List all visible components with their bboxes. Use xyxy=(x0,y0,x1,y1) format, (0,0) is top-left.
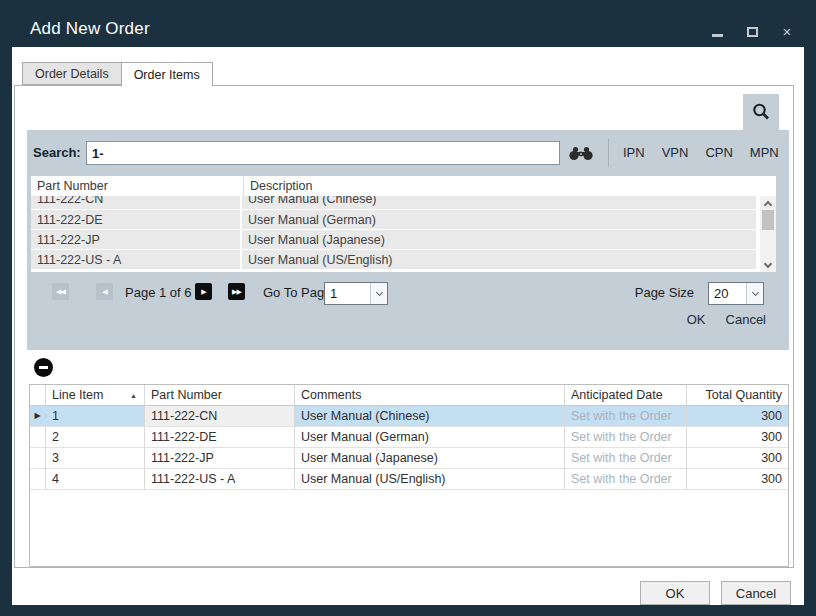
current-cell[interactable]: 111-222-CN xyxy=(145,406,295,426)
minimize-button[interactable] xyxy=(710,25,724,39)
scrollbar-corner xyxy=(758,176,776,196)
close-button[interactable]: × xyxy=(780,25,794,39)
chevron-up-icon xyxy=(764,201,772,209)
grid-row[interactable]: 3 111-222-JP User Manual (Japanese) Set … xyxy=(30,448,788,469)
last-page-icon: ▶▶ xyxy=(232,288,241,296)
column-header-description: Description xyxy=(244,176,758,196)
tab-strip: Order Details Order Items xyxy=(22,62,213,85)
binoculars-icon xyxy=(567,145,595,161)
results-body: 111-222-CN User Manual (Chinese) 111-222… xyxy=(31,196,776,272)
chevron-down-icon xyxy=(764,260,772,268)
dialog-title: Add New Order xyxy=(30,19,150,39)
result-row[interactable]: 111-222-CN User Manual (Chinese) xyxy=(31,196,756,210)
first-page-button[interactable]: ◀◀ xyxy=(52,283,69,300)
cpn-button[interactable]: CPN xyxy=(705,145,732,160)
tab-order-items[interactable]: Order Items xyxy=(121,62,213,87)
maximize-icon xyxy=(747,27,758,37)
first-page-icon: ◀◀ xyxy=(56,288,65,296)
vpn-button[interactable]: VPN xyxy=(662,145,689,160)
result-row[interactable]: 111-222-US - A User Manual (US/English) xyxy=(31,250,756,270)
scroll-down-button[interactable] xyxy=(760,258,776,272)
order-items-tabpage: Search: xyxy=(14,85,794,568)
page-size-value: 20 xyxy=(709,283,746,304)
results-header-row: Part Number Description xyxy=(31,176,776,196)
column-header-total-quantity[interactable]: Total Quantity xyxy=(687,385,788,405)
search-toggle-button[interactable] xyxy=(743,94,779,130)
result-row[interactable]: 111-222-DE User Manual (German) xyxy=(31,210,756,230)
column-header-part-number: Part Number xyxy=(31,176,244,196)
selected-row-marker-icon: ▶ xyxy=(34,412,40,420)
previous-page-button[interactable]: ◀ xyxy=(96,283,113,300)
row-selector-header xyxy=(30,385,46,405)
search-cancel-button[interactable]: Cancel xyxy=(726,312,766,327)
order-items-grid: Line Item▲ Part Number Comments Anticipa… xyxy=(29,384,789,567)
next-page-icon: ▶ xyxy=(201,288,205,296)
pagination-bar: ◀◀ ◀ Page 1 of 6 ▶ ▶▶ Go To Page 1 Page … xyxy=(27,280,789,308)
dialog-content: Order Details Order Items Search: xyxy=(12,47,804,605)
search-results-table: Part Number Description 111-222-CN User … xyxy=(31,176,776,272)
divider xyxy=(608,139,609,167)
sort-ascending-icon: ▲ xyxy=(130,392,137,399)
column-header-part-number[interactable]: Part Number xyxy=(145,385,295,405)
column-header-line-item[interactable]: Line Item▲ xyxy=(46,385,145,405)
window-controls: × xyxy=(710,24,794,40)
grid-row[interactable]: 2 111-222-DE User Manual (German) Set wi… xyxy=(30,427,788,448)
previous-page-icon: ◀ xyxy=(102,288,106,296)
grid-row[interactable]: 4 111-222-US - A User Manual (US/English… xyxy=(30,469,788,490)
column-header-anticipated-date[interactable]: Anticipated Date xyxy=(565,385,687,405)
scroll-up-button[interactable] xyxy=(760,196,776,210)
ok-button[interactable]: OK xyxy=(640,581,710,605)
minus-icon xyxy=(39,366,48,369)
dropdown-button[interactable] xyxy=(370,283,387,304)
ipn-button[interactable]: IPN xyxy=(623,145,645,160)
search-icon xyxy=(751,102,771,122)
part-number-type-buttons: IPN VPN CPN MPN xyxy=(623,145,779,160)
cancel-button[interactable]: Cancel xyxy=(721,581,791,605)
search-label: Search: xyxy=(33,145,81,160)
search-panel: Search: xyxy=(27,130,789,350)
chevron-down-icon xyxy=(375,289,382,296)
go-to-page-label: Go To Page xyxy=(263,285,331,300)
titlebar: Add New Order × xyxy=(0,0,816,47)
lookup-button[interactable] xyxy=(567,145,597,161)
go-to-page-select[interactable]: 1 xyxy=(324,282,388,305)
scrollbar-thumb[interactable] xyxy=(762,210,774,230)
column-header-comments[interactable]: Comments xyxy=(295,385,565,405)
page-size-label: Page Size xyxy=(635,285,694,300)
maximize-button[interactable] xyxy=(745,25,759,39)
page-size-select[interactable]: 20 xyxy=(708,282,764,305)
go-to-page-value: 1 xyxy=(325,283,370,304)
chevron-down-icon xyxy=(751,289,758,296)
search-panel-actions: OK Cancel xyxy=(687,312,766,327)
search-ok-button[interactable]: OK xyxy=(687,312,706,327)
result-row[interactable]: 111-222-JP User Manual (Japanese) xyxy=(31,230,756,250)
search-row: Search: xyxy=(27,141,789,165)
remove-line-item-button[interactable] xyxy=(34,358,53,377)
vertical-scrollbar[interactable] xyxy=(758,196,776,272)
tab-order-details[interactable]: Order Details xyxy=(22,62,121,85)
add-new-order-dialog: Add New Order × Order Details Order Item… xyxy=(0,0,816,616)
search-input[interactable] xyxy=(86,141,560,165)
dropdown-button[interactable] xyxy=(746,283,763,304)
grid-header-row: Line Item▲ Part Number Comments Anticipa… xyxy=(30,385,788,406)
close-icon: × xyxy=(783,25,792,39)
mpn-button[interactable]: MPN xyxy=(750,145,779,160)
page-status: Page 1 of 6 xyxy=(125,285,192,300)
last-page-button[interactable]: ▶▶ xyxy=(228,283,245,300)
next-page-button[interactable]: ▶ xyxy=(195,283,212,300)
grid-row[interactable]: ▶ 1 111-222-CN User Manual (Chinese) Set… xyxy=(30,406,788,427)
dialog-footer: OK Cancel xyxy=(640,581,791,605)
minimize-icon xyxy=(712,34,723,37)
